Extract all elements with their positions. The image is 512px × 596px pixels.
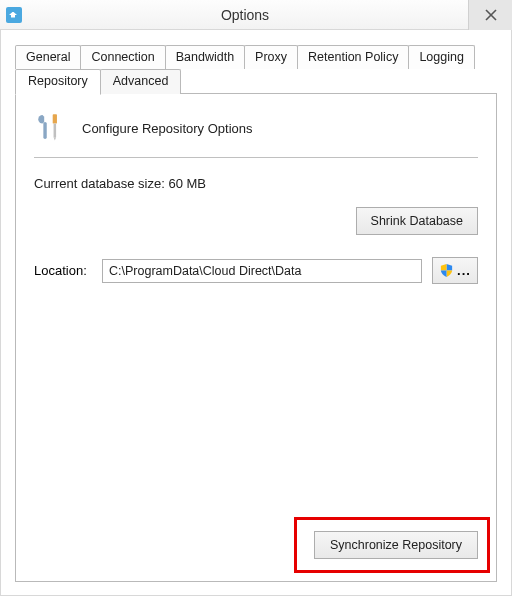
location-label: Location: (34, 263, 92, 278)
app-icon (6, 7, 22, 23)
ellipsis-label: ... (457, 263, 471, 278)
tab-repository[interactable]: Repository (15, 69, 101, 95)
config-heading: Configure Repository Options (82, 121, 253, 136)
synchronize-repository-button[interactable]: Synchronize Repository (314, 531, 478, 559)
location-row: Location: ... (34, 257, 478, 284)
close-icon (485, 9, 497, 21)
db-size-label: Current database size: 60 MB (34, 176, 478, 191)
divider (34, 157, 478, 158)
tab-connection[interactable]: Connection (80, 45, 165, 69)
tab-general[interactable]: General (15, 45, 81, 69)
svg-rect-4 (54, 124, 57, 138)
tab-logging[interactable]: Logging (408, 45, 475, 69)
uac-shield-icon (439, 263, 454, 278)
dialog-body: General Connection Bandwidth Proxy Reten… (0, 30, 512, 596)
shrink-database-button[interactable]: Shrink Database (356, 207, 478, 235)
location-input[interactable] (102, 259, 422, 283)
tabpage-repository: Configure Repository Options Current dat… (15, 93, 497, 582)
svg-rect-3 (53, 114, 57, 123)
tabstrip-row2: Repository Advanced (15, 69, 497, 94)
config-header: Configure Repository Options (34, 110, 478, 147)
wrench-screwdriver-icon (34, 110, 68, 147)
close-button[interactable] (468, 0, 512, 30)
window-title: Options (22, 7, 468, 23)
tab-retention-policy[interactable]: Retention Policy (297, 45, 409, 69)
tab-proxy[interactable]: Proxy (244, 45, 298, 69)
svg-rect-2 (43, 122, 46, 139)
browse-button[interactable]: ... (432, 257, 478, 284)
titlebar: Options (0, 0, 512, 30)
tabstrip-row1: General Connection Bandwidth Proxy Reten… (15, 44, 497, 68)
tab-bandwidth[interactable]: Bandwidth (165, 45, 245, 69)
tab-advanced[interactable]: Advanced (100, 69, 182, 94)
svg-marker-5 (54, 137, 57, 140)
